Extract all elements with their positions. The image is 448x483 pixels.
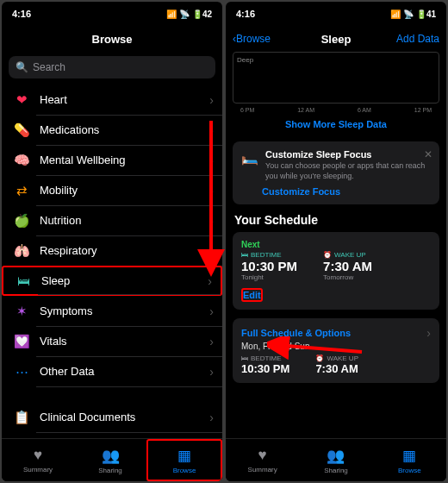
category-list: ❤︎Heart› 💊Medications› 🧠Mental Wellbeing… bbox=[2, 85, 222, 438]
alarm-icon: ⏰ bbox=[315, 354, 324, 362]
status-icons: 📶 📡 🔋42 bbox=[166, 9, 212, 19]
people-icon: 👥 bbox=[327, 447, 345, 465]
full-schedule-link: Full Schedule & Options bbox=[241, 328, 351, 338]
focus-body: You can choose people or apps that can r… bbox=[265, 161, 431, 181]
schedule-heading: Your Schedule bbox=[234, 213, 439, 227]
show-more-link[interactable]: Show More Sleep Data bbox=[233, 119, 439, 129]
customize-focus-link[interactable]: Customize Focus bbox=[262, 186, 431, 197]
clipboard-icon: 📋 bbox=[12, 408, 31, 427]
pills-icon: 💊 bbox=[12, 121, 31, 140]
row-respiratory[interactable]: 🫁Respiratory› bbox=[2, 235, 222, 266]
chevron-right-icon: › bbox=[209, 154, 214, 167]
bed-focus-icon: 🛏️ bbox=[241, 149, 258, 181]
sleep-chart[interactable]: Deep 6 PM 12 AM 6 AM 12 PM bbox=[233, 52, 439, 104]
search-icon: 🔍 bbox=[16, 61, 28, 73]
wakeup-value: 7:30 AM bbox=[315, 362, 358, 375]
chevron-right-icon: › bbox=[209, 123, 214, 137]
search-placeholder: Search bbox=[33, 61, 65, 73]
wakeup-sub: Tomorrow bbox=[323, 273, 372, 281]
chevron-right-icon: › bbox=[209, 214, 214, 228]
chevron-right-icon: › bbox=[209, 411, 214, 424]
grid-icon: ▦ bbox=[177, 447, 191, 465]
symptoms-icon: ✶ bbox=[12, 302, 31, 321]
page-title: Sleep bbox=[321, 33, 352, 46]
status-icons: 📶 📡 🔋41 bbox=[390, 9, 436, 19]
status-time: 4:16 bbox=[236, 9, 255, 19]
bedtime-value: 10:30 PM bbox=[241, 259, 297, 273]
status-time: 4:16 bbox=[12, 9, 31, 19]
row-heart[interactable]: ❤︎Heart› bbox=[2, 85, 222, 115]
brain-icon: 🧠 bbox=[12, 151, 31, 170]
wakeup-label: ⏰WAKE UP bbox=[323, 251, 372, 259]
wakeup-value: 7:30 AM bbox=[323, 259, 372, 273]
nav-bar: Browse bbox=[2, 26, 222, 52]
lungs-icon: 🫁 bbox=[12, 242, 31, 260]
search-input[interactable]: 🔍 Search bbox=[9, 56, 215, 78]
close-icon[interactable]: ✕ bbox=[424, 148, 432, 160]
row-sleep[interactable]: 🛏︎Sleep› bbox=[2, 266, 222, 296]
apple-icon: 🍏 bbox=[12, 211, 31, 230]
vitals-icon: 💟 bbox=[12, 332, 31, 351]
tab-bar: ♥Summary 👥Sharing ▦Browse bbox=[226, 438, 446, 481]
phone-sleep: 4:16 📶 📡 🔋41 ‹ Browse Sleep Add Data Dee… bbox=[226, 2, 446, 481]
people-icon: 👥 bbox=[102, 447, 120, 465]
tab-summary[interactable]: ♥Summary bbox=[2, 439, 74, 481]
signal-icon: 📶 bbox=[166, 9, 177, 19]
heart-icon: ❤︎ bbox=[12, 91, 31, 110]
wifi-icon: 📡 bbox=[179, 9, 190, 19]
tab-browse[interactable]: ▦Browse bbox=[146, 439, 222, 481]
battery-icon: 🔋42 bbox=[192, 9, 212, 19]
tab-sharing[interactable]: 👥Sharing bbox=[299, 439, 372, 481]
bedtime-label: 🛏︎BEDTIME bbox=[241, 354, 289, 362]
row-vitals[interactable]: 💟Vitals› bbox=[2, 326, 222, 356]
row-mental[interactable]: 🧠Mental Wellbeing› bbox=[2, 145, 222, 175]
chevron-right-icon: › bbox=[209, 93, 214, 107]
chevron-right-icon: › bbox=[209, 365, 214, 379]
bed-icon: 🛏︎ bbox=[14, 272, 33, 291]
bed-icon: 🛏︎ bbox=[241, 354, 248, 362]
back-button[interactable]: ‹ Browse bbox=[233, 33, 271, 45]
chart-ticks: 6 PM 12 AM 6 AM 12 PM bbox=[233, 107, 439, 113]
bed-icon: 🛏︎ bbox=[241, 251, 248, 259]
ellipsis-icon: ⋯ bbox=[12, 362, 31, 381]
bedtime-label: 🛏︎BEDTIME bbox=[241, 251, 297, 259]
battery-icon: 🔋41 bbox=[416, 9, 436, 19]
status-bar: 4:16 📶 📡 🔋41 bbox=[226, 2, 446, 26]
tab-bar: ♥Summary 👥Sharing ▦Browse bbox=[2, 438, 222, 481]
focus-title: Customize Sleep Focus bbox=[265, 149, 431, 160]
wakeup-label: ⏰WAKE UP bbox=[315, 354, 358, 362]
tab-browse[interactable]: ▦Browse bbox=[373, 439, 446, 481]
mobility-icon: ⇄ bbox=[12, 181, 31, 200]
row-other[interactable]: ⋯Other Data› bbox=[2, 356, 222, 386]
phone-browse: 4:16 📶 📡 🔋42 Browse 🔍 Search ❤︎Heart› 💊M… bbox=[2, 2, 222, 481]
nav-bar: ‹ Browse Sleep Add Data bbox=[226, 26, 446, 52]
sleep-content: Deep 6 PM 12 AM 6 AM 12 PM Show More Sle… bbox=[226, 52, 446, 438]
row-mobility[interactable]: ⇄Mobility› bbox=[2, 175, 222, 205]
next-label: Next bbox=[241, 240, 431, 249]
bedtime-value: 10:30 PM bbox=[241, 362, 289, 375]
schedule-days: Mon, Fri, and Sun bbox=[241, 342, 431, 351]
page-title: Browse bbox=[92, 33, 133, 46]
chevron-right-icon: › bbox=[209, 244, 214, 258]
edit-button[interactable]: Edit bbox=[241, 288, 263, 302]
tab-sharing[interactable]: 👥Sharing bbox=[74, 439, 146, 481]
chevron-right-icon: › bbox=[208, 274, 212, 288]
grid-icon: ▦ bbox=[402, 447, 416, 465]
add-data-button[interactable]: Add Data bbox=[396, 33, 439, 45]
row-symptoms[interactable]: ✶Symptoms› bbox=[2, 296, 222, 326]
row-medications[interactable]: 💊Medications› bbox=[2, 115, 222, 145]
bedtime-sub: Tonight bbox=[241, 273, 297, 281]
heart-icon: ♥ bbox=[258, 447, 267, 464]
row-clinical[interactable]: 📋Clinical Documents› bbox=[2, 402, 222, 432]
chevron-right-icon: › bbox=[209, 304, 214, 318]
tab-summary[interactable]: ♥Summary bbox=[226, 439, 299, 481]
row-nutrition[interactable]: 🍏Nutrition› bbox=[2, 205, 222, 235]
wifi-icon: 📡 bbox=[403, 9, 414, 19]
full-schedule-card[interactable]: Full Schedule & Options › Mon, Fri, and … bbox=[233, 318, 439, 383]
chevron-right-icon: › bbox=[209, 184, 214, 198]
chart-deep-label: Deep bbox=[237, 56, 253, 64]
chevron-right-icon: › bbox=[209, 335, 214, 348]
heart-icon: ♥ bbox=[34, 447, 42, 464]
chevron-right-icon: › bbox=[426, 326, 431, 340]
next-schedule-card: Next 🛏︎BEDTIME 10:30 PM Tonight ⏰WAKE UP… bbox=[233, 232, 439, 310]
